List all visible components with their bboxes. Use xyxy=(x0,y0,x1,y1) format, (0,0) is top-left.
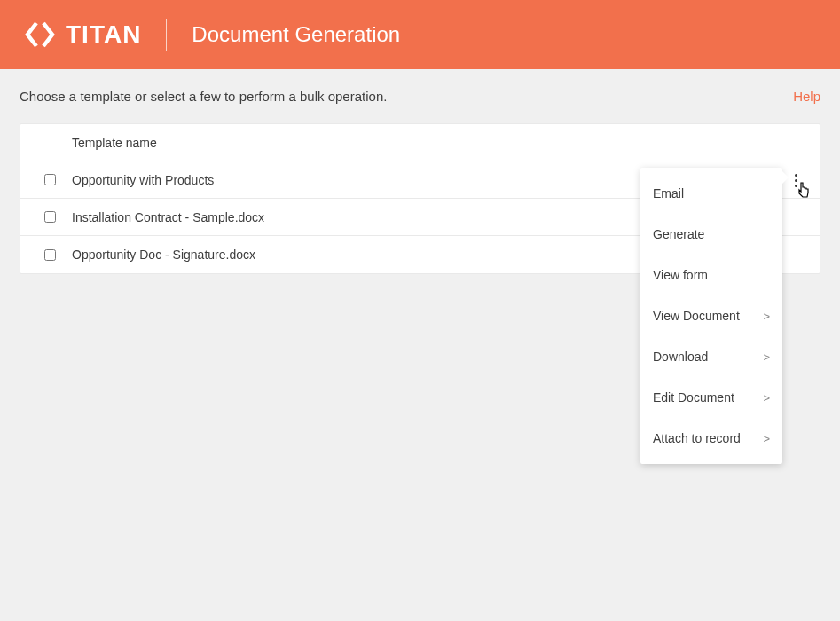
menu-item-label: View form xyxy=(653,268,708,282)
chevron-right-icon: > xyxy=(763,350,770,364)
logo-icon xyxy=(25,20,55,50)
menu-item-label: Edit Document xyxy=(653,390,734,405)
menu-item-label: Download xyxy=(653,350,708,364)
logo: TITAN xyxy=(25,20,141,50)
menu-item-generate[interactable]: Generate xyxy=(640,214,782,255)
menu-item-email[interactable]: Email xyxy=(640,173,782,214)
menu-item-view-document[interactable]: View Document > xyxy=(640,295,782,336)
chevron-right-icon: > xyxy=(763,310,770,323)
column-header-template-name: Template name xyxy=(68,136,809,150)
header-divider xyxy=(166,19,167,51)
instruction-row: Choose a template or select a few to per… xyxy=(20,89,820,104)
row-actions-kebab-icon[interactable] xyxy=(795,174,797,187)
menu-item-label: Generate xyxy=(653,227,704,241)
help-link[interactable]: Help xyxy=(793,89,820,104)
app-header: TITAN Document Generation xyxy=(0,0,840,69)
row-checkbox[interactable] xyxy=(44,174,56,185)
menu-item-label: Attach to record xyxy=(653,431,741,445)
instruction-text: Choose a template or select a few to per… xyxy=(20,89,387,104)
menu-item-download[interactable]: Download > xyxy=(640,336,782,377)
row-actions-menu: Email Generate View form View Document >… xyxy=(640,168,782,464)
menu-item-edit-document[interactable]: Edit Document > xyxy=(640,377,782,418)
menu-item-view-form[interactable]: View form xyxy=(640,255,782,295)
logo-text: TITAN xyxy=(66,20,141,49)
menu-item-attach-to-record[interactable]: Attach to record > xyxy=(640,418,782,459)
page-title: Document Generation xyxy=(192,22,400,47)
chevron-right-icon: > xyxy=(763,391,770,405)
row-checkbox[interactable] xyxy=(44,249,56,261)
menu-item-label: Email xyxy=(653,186,684,200)
menu-item-label: View Document xyxy=(653,309,740,323)
table-header-row: Template name xyxy=(20,124,820,161)
row-checkbox[interactable] xyxy=(44,211,56,223)
chevron-right-icon: > xyxy=(763,432,770,445)
